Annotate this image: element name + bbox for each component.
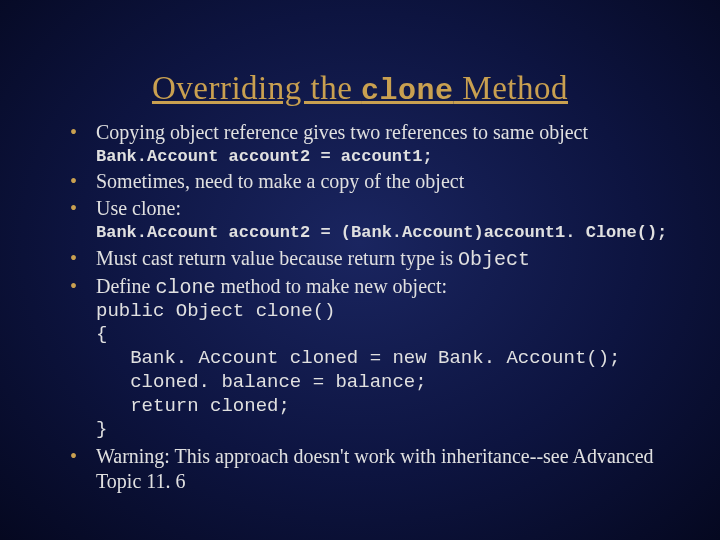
bullet-5-mono: clone (155, 276, 215, 299)
bullet-4-mono: Object (458, 248, 530, 271)
bullet-3-code: Bank.Account account2 = (Bank.Account)ac… (96, 222, 680, 243)
bullet-2-text: Sometimes, need to make a copy of the ob… (96, 170, 464, 192)
bullet-4: Must cast return value because return ty… (70, 246, 680, 272)
bullet-1-code: Bank.Account account2 = account1; (96, 146, 680, 167)
title-mono: clone (361, 74, 454, 108)
bullet-3-text: Use clone: (96, 197, 181, 219)
bullet-1: Copying object reference gives two refer… (70, 120, 680, 167)
bullet-2: Sometimes, need to make a copy of the ob… (70, 169, 680, 194)
title-pre: Overriding the (152, 70, 361, 106)
bullet-1-text: Copying object reference gives two refer… (96, 121, 588, 143)
bullet-5: Define clone method to make new object: … (70, 274, 680, 443)
bullet-3: Use clone: Bank.Account account2 = (Bank… (70, 196, 680, 243)
bullet-5-pre: Define (96, 275, 155, 297)
bullet-6: Warning: This approach doesn't work with… (70, 444, 680, 494)
bullet-4-pre: Must cast return value because return ty… (96, 247, 458, 269)
slide-title: Overriding the clone Method (40, 70, 680, 108)
bullet-5-code: public Object clone() { Bank. Account cl… (96, 300, 680, 443)
bullet-list: Copying object reference gives two refer… (40, 120, 680, 494)
bullet-5-post: method to make new object: (215, 275, 447, 297)
slide: Overriding the clone Method Copying obje… (0, 0, 720, 540)
title-post: Method (454, 70, 568, 106)
bullet-6-text: Warning: This approach doesn't work with… (96, 445, 654, 492)
